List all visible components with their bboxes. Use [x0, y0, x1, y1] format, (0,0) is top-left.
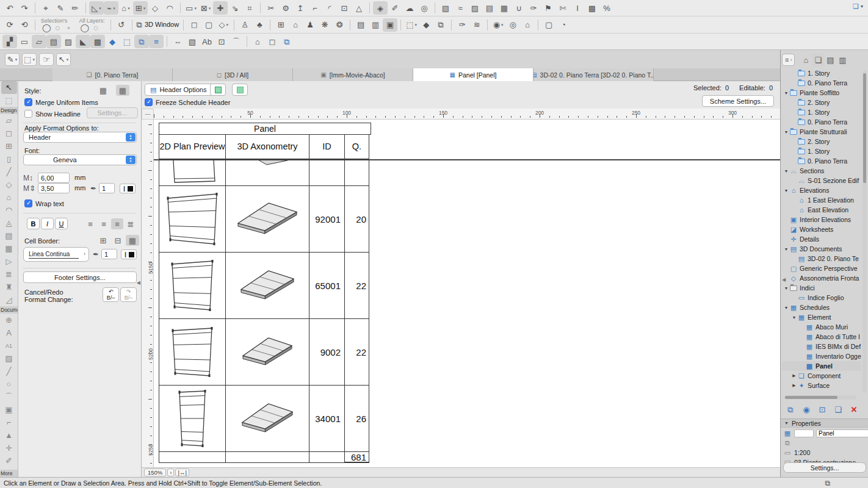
annotate[interactable]: ✐ [388, 1, 402, 15]
tab-2[interactable]: ◻[3D / All] [173, 68, 293, 81]
scrollbar-thumb[interactable] [863, 73, 866, 183]
add-slab-layer[interactable]: ▧ [438, 1, 453, 15]
arrow-cursor[interactable]: ↖▾ [56, 53, 71, 66]
dark-table[interactable]: ▩ [585, 1, 599, 15]
freeze-header-checkbox[interactable]: Freeze Schedule Header [145, 98, 230, 106]
navigator-item[interactable]: ▼▤3D Documents [782, 244, 861, 254]
fillet[interactable]: ◜ [322, 1, 337, 15]
schedule-row[interactable]: 3400126 [159, 386, 371, 452]
slab-tool[interactable]: ◇ [1, 178, 17, 191]
iso-view[interactable]: ▢ [201, 18, 216, 32]
split[interactable]: ✂ [264, 1, 278, 15]
underline-button[interactable]: U [55, 218, 68, 229]
navigator-item[interactable]: 0. Piano Terra [782, 156, 861, 166]
tab-1[interactable]: ❏[0. Piano Terra] [52, 68, 173, 81]
diamond-tool[interactable]: ◆ [105, 35, 120, 48]
pie-tool[interactable]: ◔ [556, 18, 571, 32]
hatch-dotted[interactable]: ▩ [90, 35, 105, 48]
grab-hand[interactable]: ☞ [39, 53, 54, 66]
bend-tool[interactable]: ⌒ [229, 35, 244, 48]
properties-header[interactable]: ▼ Properties [781, 418, 868, 428]
scheme-settings-button[interactable]: Scheme Settings... [702, 95, 774, 107]
tab-4[interactable]: ▦Panel [Panel] [413, 68, 533, 81]
tab-3[interactable]: ▣[Imm-Movie-Abaco] [293, 68, 413, 81]
navigator-item[interactable]: ▣Interior Elevations [782, 215, 861, 224]
marquee-capture[interactable]: ⬚▾ [404, 18, 419, 32]
orbit-tool[interactable]: ❂ [332, 18, 347, 32]
walk-person[interactable]: ♙ [237, 18, 252, 32]
cap-height-input[interactable] [38, 183, 70, 193]
overlap-copy[interactable]: ⧉ [134, 35, 149, 48]
navigator-item[interactable]: ▦Abaco Muri [782, 322, 861, 332]
navigator-item[interactable]: ▼Indici [782, 283, 861, 293]
navigator-item[interactable]: ⌂1 East Elevation [782, 195, 861, 205]
3d-window[interactable]: ⧉3D Window [136, 18, 181, 32]
selection-pin-2[interactable]: ◦ [63, 24, 74, 32]
adjust[interactable]: ⚙ [278, 1, 293, 15]
percent-tool[interactable]: % [599, 1, 614, 15]
marker-person[interactable]: ♟ [303, 18, 317, 32]
selection-pin-1[interactable]: ◌ [52, 24, 63, 32]
ramp-tool[interactable]: ◿ [1, 293, 17, 306]
navigator-item[interactable]: ▦IES BIMx di Def [782, 342, 861, 351]
layers-blue[interactable]: ⧉ [280, 35, 294, 48]
border-all-icon[interactable]: ▦ [126, 235, 139, 246]
pen-color-button[interactable]: ❙ [120, 184, 136, 193]
box-hatch[interactable]: ▤ [482, 1, 497, 15]
navigator-item[interactable]: ▼Piante Soffitto [782, 88, 861, 98]
roof-tool[interactable]: △ [352, 1, 366, 15]
explode[interactable]: ◈ [373, 1, 388, 15]
flag-tool[interactable]: ⚑ [541, 1, 555, 15]
drawing-tool[interactable]: ✐ [1, 454, 17, 467]
line-type-select[interactable]: Linea Continua › [23, 247, 89, 262]
navigator-item[interactable]: ▢Generic Perspective [782, 264, 861, 273]
source-folder[interactable]: ❏ [832, 403, 844, 416]
border-outer-icon[interactable]: ⊞ [96, 235, 110, 246]
style-plain-icon[interactable]: ▦ [96, 85, 110, 96]
select-cells-button[interactable] [210, 84, 226, 96]
hatch-diag[interactable]: ▨ [61, 35, 76, 48]
navigator-item[interactable]: 1. Story [782, 68, 861, 78]
window-tool[interactable]: ⊞ [1, 140, 17, 152]
elevation-marker-tool[interactable]: ▲ [1, 429, 17, 442]
tree-vertical-scrollbar[interactable] [863, 71, 867, 393]
view-map[interactable]: ❏ [812, 53, 824, 66]
home-3d[interactable]: ⌂ [288, 18, 303, 32]
pen-set[interactable]: ✎▾ [5, 53, 20, 66]
grid-3d[interactable]: ⊞ [273, 18, 288, 32]
text-tool[interactable]: A [1, 326, 17, 339]
label-tool[interactable]: A1 [1, 339, 17, 352]
navigator-item[interactable]: ▼▦Schedules [782, 303, 861, 312]
new-viewpoint[interactable]: ⊡ [816, 403, 828, 416]
project-map[interactable]: ⌂ [800, 53, 812, 66]
camera[interactable]: ◉▾ [491, 18, 505, 32]
waves[interactable]: ≈ [453, 1, 468, 15]
video-camera[interactable]: ▢ [541, 18, 556, 32]
front-view[interactable]: ◻ [187, 18, 201, 32]
suspend-groups[interactable]: ⊠▾ [198, 1, 213, 15]
gravity[interactable]: ◇ [148, 1, 162, 15]
stair-tool[interactable]: ≣ [1, 268, 17, 281]
elevate[interactable]: ↥ [293, 1, 308, 15]
ruler-origin-button[interactable]: — [142, 109, 154, 120]
mesh-tool[interactable]: ▦ [1, 242, 17, 255]
panel-collapse-icon[interactable]: ◀ [137, 280, 140, 285]
dimension-tool[interactable]: ⊕ [1, 314, 17, 326]
axo-select[interactable]: ◇▾ [216, 18, 231, 32]
navigator-item[interactable]: ▭Indice Foglio [782, 293, 861, 303]
crop[interactable]: ⊡ [337, 1, 352, 15]
section-tool[interactable]: ⌐ [1, 416, 17, 429]
figure-tool[interactable]: ▣ [1, 403, 17, 416]
snap-grid[interactable]: ⊞▾ [133, 1, 148, 15]
tab-layout-quick[interactable]: ❏ ▾ [853, 0, 863, 13]
schedule-row[interactable]: 900222 [159, 319, 371, 386]
doc-front[interactable]: ▤ [353, 18, 368, 32]
snap-guides[interactable]: ⌁▾ [104, 1, 118, 15]
schedule-row[interactable]: 9200120 [159, 186, 371, 253]
header-options-button[interactable]: ▤ Header Options › [145, 84, 217, 96]
layout-book[interactable]: ▤ [824, 53, 836, 66]
navigator-item[interactable]: 1. Story [782, 107, 861, 117]
border-pen-input[interactable] [101, 249, 117, 259]
layer-fills[interactable]: ▤ [46, 35, 61, 48]
bold-button[interactable]: B [27, 218, 40, 229]
